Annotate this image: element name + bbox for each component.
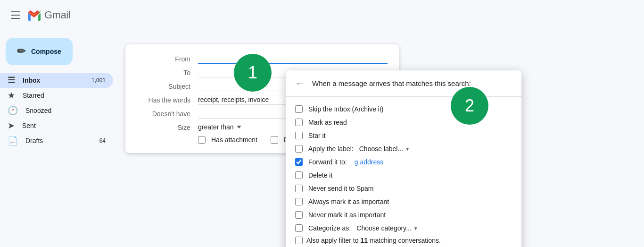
back-button[interactable]: ← [295,78,305,89]
has-attachment-label[interactable]: Has attachment [211,136,257,144]
skip-inbox-label[interactable]: Skip the Inbox (Archive it) [308,105,384,113]
mark-read-label[interactable]: Mark as read [308,119,347,126]
to-label: To [137,69,198,77]
sidebar-item-snoozed[interactable]: 🕐 Snoozed [0,103,113,118]
categorize-as-label[interactable]: Categorize as: [308,224,351,232]
action-dialog-header: ← When a message arrives that matches th… [286,70,521,97]
label-dropdown-text: Choose label... [359,145,403,153]
categorize-as-checkbox[interactable] [295,224,303,232]
doesnt-have-label: Doesn't have [137,110,198,118]
snoozed-label: Snoozed [25,107,106,114]
never-spam-checkbox[interactable] [295,185,303,192]
forward-to-checkbox[interactable] [295,158,303,166]
skip-inbox-checkbox[interactable] [295,105,303,113]
apply-label-label[interactable]: Apply the label: [308,145,354,153]
from-input[interactable] [198,54,388,64]
compose-button[interactable]: ✏ Compose [6,38,73,65]
also-apply-label[interactable]: Also apply filter to 11 matching convers… [306,237,441,244]
never-spam-row: Never send it to Spam [295,182,512,195]
app-title: Gmail [44,9,70,21]
size-label: Size [137,124,198,131]
drafts-label: Drafts [25,137,92,145]
also-apply-row: Also apply filter to 11 matching convers… [295,235,512,246]
inbox-label: Inbox [23,77,84,84]
compose-icon: ✏ [17,45,25,58]
clock-icon: 🕐 [8,105,18,116]
also-apply-text: Also apply filter to [306,237,359,244]
step-2-number: 2 [465,96,474,116]
has-words-label: Has the words [137,96,198,104]
gmail-logo-icon [25,7,42,24]
step-1-indicator: 1 [234,54,272,92]
forward-to-label[interactable]: Forward it to: [308,158,347,166]
delete-it-checkbox[interactable] [295,171,303,179]
category-dropdown[interactable]: Choose category... ▼ [356,224,418,232]
send-icon: ➤ [8,120,15,131]
step-1-number: 1 [248,63,257,83]
never-important-row: Never mark it as important [295,208,512,221]
always-important-row: Always mark it as important [295,195,512,208]
also-apply-count: 11 [360,237,369,244]
never-important-label[interactable]: Never mark it as important [308,211,386,219]
category-dropdown-arrow-icon: ▼ [413,226,418,231]
star-it-label[interactable]: Star it [308,132,326,139]
has-attachment-checkbox[interactable] [198,136,206,144]
categorize-as-row: Categorize as: Choose category... ▼ [295,221,512,235]
apply-label-checkbox[interactable] [295,145,303,153]
size-select[interactable]: greater than less than [198,122,243,132]
inbox-count: 1,001 [91,77,106,84]
edit-address-link[interactable]: g address [355,158,383,166]
sent-label: Sent [22,122,106,129]
delete-it-label[interactable]: Delete it [308,171,332,179]
forward-to-row: Forward it to: g address in-nxlbzomezx@g… [295,155,512,169]
apply-label-row: Apply the label: Choose label... ▼ [295,142,512,155]
never-spam-label[interactable]: Never send it to Spam [308,185,374,192]
sidebar-item-drafts[interactable]: 📄 Drafts 64 [0,133,113,148]
subject-label: Subject [137,83,198,90]
label-dropdown[interactable]: Choose label... ▼ [359,145,410,153]
delete-it-row: Delete it [295,169,512,182]
sidebar-item-inbox[interactable]: ☰ Inbox 1,001 [0,73,113,88]
mark-read-checkbox[interactable] [295,119,303,126]
action-dialog-title: When a message arrives that matches this… [312,79,471,87]
sidebar-item-starred[interactable]: ★ Starred [0,88,113,103]
always-important-checkbox[interactable] [295,198,303,205]
also-apply-checkbox[interactable] [295,237,303,244]
step-2-indicator: 2 [451,87,488,125]
compose-label: Compose [31,48,61,55]
drafts-count: 64 [99,137,106,144]
inbox-icon: ☰ [8,75,15,85]
sidebar: ✏ Compose ☰ Inbox 1,001 ★ Starred 🕐 Snoo… [0,30,121,247]
main-content: From To Subject Has the words Doesn't ha… [121,30,644,247]
hamburger-icon[interactable] [8,8,24,23]
draft-icon: 📄 [8,136,18,146]
starred-label: Starred [23,92,106,99]
also-apply-text2: matching conversations. [370,237,441,244]
from-label: From [137,55,198,63]
always-important-label[interactable]: Always mark it as important [308,198,389,205]
never-important-checkbox[interactable] [295,211,303,219]
star-it-checkbox[interactable] [295,132,303,139]
star-it-row: Star it [295,129,512,142]
category-dropdown-text: Choose category... [356,224,411,232]
sidebar-item-sent[interactable]: ➤ Sent [0,118,113,133]
star-icon: ★ [8,90,15,101]
label-dropdown-arrow-icon: ▼ [405,146,410,152]
dont-include-chats-checkbox[interactable] [271,136,278,144]
